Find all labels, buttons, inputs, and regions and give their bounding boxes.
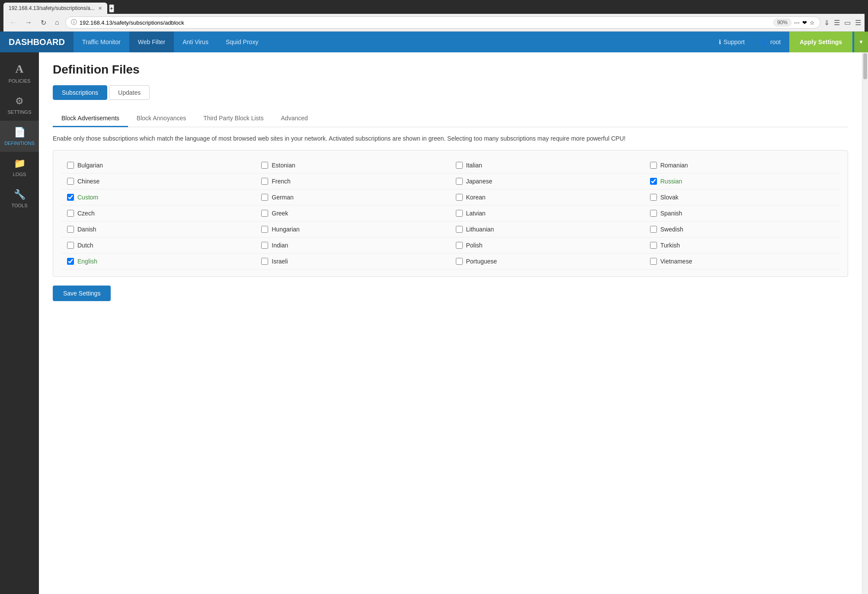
info-icon: ⓘ — [71, 19, 77, 26]
home-button[interactable]: ⌂ — [52, 18, 62, 27]
checkbox-turkish[interactable] — [650, 242, 657, 249]
scrollbar-thumb[interactable] — [863, 53, 867, 79]
checkbox-bulgarian[interactable] — [67, 162, 74, 169]
apply-settings-dropdown[interactable]: ▼ — [854, 32, 868, 52]
checkbox-cell-hungarian[interactable]: Hungarian — [256, 222, 450, 238]
checkbox-swedish[interactable] — [650, 226, 657, 233]
checkbox-cell-korean[interactable]: Korean — [451, 189, 645, 205]
close-tab-icon[interactable]: ✕ — [98, 6, 102, 11]
browser-tab-bar: 192.168.4.13/safety/subscriptions/a... ✕… — [3, 3, 865, 14]
checkbox-israeli[interactable] — [261, 258, 268, 265]
description-text: Enable only those subscriptions which ma… — [53, 134, 848, 143]
checkbox-cell-indian[interactable]: Indian — [256, 238, 450, 254]
nav-squid-proxy[interactable]: Squid Proxy — [217, 32, 267, 52]
checkbox-danish[interactable] — [67, 226, 74, 233]
checkbox-cell-spanish[interactable]: Spanish — [645, 205, 839, 222]
checkbox-russian[interactable] — [650, 178, 657, 185]
checkbox-cell-russian[interactable]: Russian — [645, 173, 839, 189]
support-button[interactable]: ℹ Support — [712, 32, 752, 52]
checkbox-estonian[interactable] — [261, 162, 268, 169]
checkbox-french[interactable] — [261, 178, 268, 185]
checkbox-latvian[interactable] — [456, 210, 463, 217]
checkbox-cell-turkish[interactable]: Turkish — [645, 238, 839, 254]
sidebar-item-tools[interactable]: 🔧 TOOLS — [0, 183, 39, 214]
checkbox-cell-czech[interactable]: Czech — [62, 205, 256, 222]
checkbox-german[interactable] — [261, 194, 268, 201]
checkbox-cell-greek[interactable]: Greek — [256, 205, 450, 222]
checkbox-cell-bulgarian[interactable]: Bulgarian — [62, 157, 256, 173]
tab-updates[interactable]: Updates — [109, 85, 150, 100]
checkbox-cell-swedish[interactable]: Swedish — [645, 222, 839, 238]
checkbox-italian[interactable] — [456, 162, 463, 169]
checkbox-hungarian[interactable] — [261, 226, 268, 233]
checkbox-cell-english[interactable]: English — [62, 254, 256, 270]
checkbox-dutch[interactable] — [67, 242, 74, 249]
more-options-icon[interactable]: ⋯ — [794, 19, 800, 26]
checkbox-cell-romanian[interactable]: Romanian — [645, 157, 839, 173]
checkbox-romanian[interactable] — [650, 162, 657, 169]
back-button[interactable]: ← — [7, 18, 19, 27]
checkbox-polish[interactable] — [456, 242, 463, 249]
checkbox-cell-danish[interactable]: Danish — [62, 222, 256, 238]
user-section[interactable]: 👤 root — [753, 32, 788, 52]
checkbox-cell-chinese[interactable]: Chinese — [62, 173, 256, 189]
checkbox-cell-vietnamese[interactable]: Vietnamese — [645, 254, 839, 270]
sidebar-item-logs[interactable]: 📁 LOGS — [0, 152, 39, 183]
subtab-block-advertisements[interactable]: Block Advertisements — [53, 110, 128, 127]
checkbox-chinese[interactable] — [67, 178, 74, 185]
menu-icon[interactable]: ☰ — [855, 19, 861, 27]
subtab-advanced[interactable]: Advanced — [272, 110, 317, 127]
checkbox-lithuanian[interactable] — [456, 226, 463, 233]
tab-subscriptions[interactable]: Subscriptions — [53, 85, 107, 100]
bookmark-icon[interactable]: ☆ — [810, 19, 815, 26]
save-settings-button[interactable]: Save Settings — [53, 286, 111, 301]
checkbox-cell-japanese[interactable]: Japanese — [451, 173, 645, 189]
checkbox-czech[interactable] — [67, 210, 74, 217]
checkbox-japanese[interactable] — [456, 178, 463, 185]
nav-web-filter[interactable]: Web Filter — [129, 32, 174, 52]
checkbox-cell-israeli[interactable]: Israeli — [256, 254, 450, 270]
checkbox-slovak[interactable] — [650, 194, 657, 201]
checkbox-cell-dutch[interactable]: Dutch — [62, 238, 256, 254]
scrollbar[interactable] — [862, 52, 868, 594]
checkbox-cell-latvian[interactable]: Latvian — [451, 205, 645, 222]
checkbox-cell-german[interactable]: German — [256, 189, 450, 205]
checkbox-cell-italian[interactable]: Italian — [451, 157, 645, 173]
checkbox-english[interactable] — [67, 258, 74, 265]
pocket-icon[interactable]: ❤ — [802, 19, 807, 26]
subtab-third-party-block-lists[interactable]: Third Party Block Lists — [195, 110, 272, 127]
sidebar-item-definitions[interactable]: 📄 DEFINITIONS — [0, 121, 39, 152]
checkbox-portuguese[interactable] — [456, 258, 463, 265]
nav-anti-virus[interactable]: Anti Virus — [174, 32, 217, 52]
browser-tab-active[interactable]: 192.168.4.13/safety/subscriptions/a... ✕ — [3, 3, 107, 14]
settings-icon: ⚙ — [15, 96, 24, 107]
checkbox-cell-slovak[interactable]: Slovak — [645, 189, 839, 205]
reload-button[interactable]: ↻ — [38, 18, 49, 28]
checkbox-cell-custom[interactable]: Custom — [62, 189, 256, 205]
checkbox-cell-lithuanian[interactable]: Lithuanian — [451, 222, 645, 238]
checkbox-indian[interactable] — [261, 242, 268, 249]
checkbox-spanish[interactable] — [650, 210, 657, 217]
library-icon[interactable]: ☰ — [834, 19, 840, 27]
nav-traffic-monitor[interactable]: Traffic Monitor — [74, 32, 129, 52]
forward-button[interactable]: → — [22, 18, 35, 27]
checkbox-cell-estonian[interactable]: Estonian — [256, 157, 450, 173]
checkbox-korean[interactable] — [456, 194, 463, 201]
url-input[interactable] — [80, 19, 771, 26]
checkbox-label-romanian: Romanian — [660, 162, 688, 169]
download-icon[interactable]: ⇓ — [824, 19, 830, 27]
checkbox-cell-polish[interactable]: Polish — [451, 238, 645, 254]
checkbox-label-italian: Italian — [466, 162, 482, 169]
checkbox-cell-portuguese[interactable]: Portuguese — [451, 254, 645, 270]
checkbox-cell-french[interactable]: French — [256, 173, 450, 189]
sidebar-toggle-icon[interactable]: ▭ — [844, 19, 851, 27]
sidebar-item-policies[interactable]: A POLICIES — [0, 57, 39, 90]
new-tab-button[interactable]: + — [109, 4, 114, 13]
policies-icon: A — [16, 63, 24, 76]
apply-settings-button[interactable]: Apply Settings — [789, 32, 852, 52]
checkbox-greek[interactable] — [261, 210, 268, 217]
subtab-block-annoyances[interactable]: Block Annoyances — [128, 110, 195, 127]
checkbox-vietnamese[interactable] — [650, 258, 657, 265]
checkbox-custom[interactable] — [67, 194, 74, 201]
sidebar-item-settings[interactable]: ⚙ SETTINGS — [0, 90, 39, 121]
